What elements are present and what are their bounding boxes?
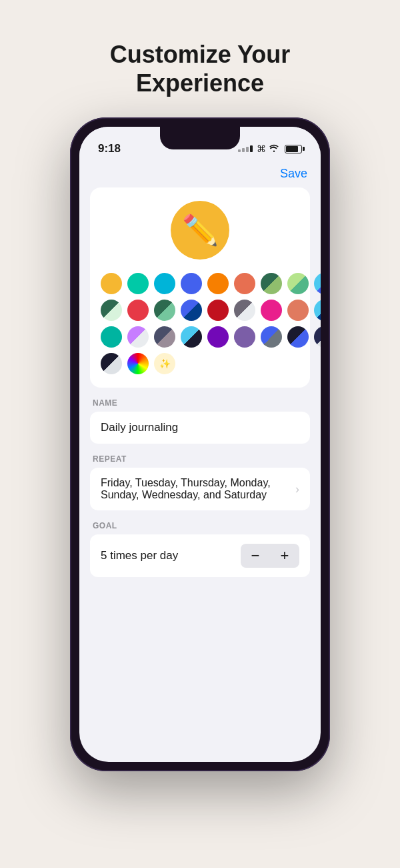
color-option[interactable] [234,273,255,294]
name-label: NAME [90,398,310,408]
color-option[interactable] [287,300,309,321]
nav-bar: Save [79,161,321,187]
magic-option[interactable]: ✨ [154,353,175,374]
color-option[interactable] [181,326,202,348]
color-option[interactable] [101,273,122,294]
color-option[interactable] [101,326,122,348]
color-option[interactable] [181,273,202,294]
selected-icon-circle[interactable]: ✏️ [171,201,229,260]
name-section: NAME Daily journaling [90,398,310,444]
color-option[interactable] [314,300,321,321]
wifi-icon: ⌘ [257,143,279,154]
color-option[interactable] [261,273,282,294]
color-option[interactable] [154,300,175,321]
goal-card: 5 times per day − + [90,534,310,577]
color-option[interactable] [127,300,149,321]
goal-controls: − + [241,544,299,568]
goal-increment-button[interactable]: + [270,544,299,568]
color-option[interactable] [287,273,309,294]
color-option[interactable] [154,326,175,348]
repeat-section: REPEAT Friday, Tuesday, Thursday, Monday… [90,454,310,510]
save-button[interactable]: Save [280,167,307,181]
color-option[interactable] [234,300,255,321]
color-option[interactable] [314,326,321,348]
color-option[interactable] [287,326,309,348]
screen-content: Save ✏️ [79,161,321,577]
goal-label: GOAL [90,521,310,530]
color-option[interactable] [101,353,122,374]
color-grid: ✨ [101,273,299,374]
color-option[interactable] [207,300,229,321]
selected-emoji: ✏️ [182,213,219,248]
color-option[interactable] [154,273,175,294]
icon-preview: ✏️ [101,201,299,260]
status-icons: ⌘ [238,143,302,154]
signal-icon [238,145,253,152]
color-option[interactable] [234,326,255,348]
color-option[interactable] [261,300,282,321]
battery-icon [285,145,302,153]
color-option[interactable] [127,273,149,294]
chevron-right-icon: › [295,482,299,496]
repeat-value: Friday, Tuesday, Thursday, Monday, Sunda… [101,477,295,501]
color-option[interactable] [207,326,229,348]
goal-decrement-button[interactable]: − [241,544,270,568]
repeat-card[interactable]: Friday, Tuesday, Thursday, Monday, Sunda… [90,468,310,510]
rainbow-option[interactable] [127,353,149,374]
color-option[interactable] [314,273,321,294]
name-value[interactable]: Daily journaling [101,421,178,434]
color-option[interactable] [101,300,122,321]
color-option[interactable] [127,326,149,348]
goal-section: GOAL 5 times per day − + [90,521,310,577]
repeat-label: REPEAT [90,454,310,464]
icon-picker-card: ✏️ [90,187,310,388]
goal-value: 5 times per day [101,549,178,562]
name-card: Daily journaling [90,412,310,444]
status-time: 9:18 [98,142,121,155]
phone-frame: 9:18 ⌘ [70,117,330,771]
color-option[interactable] [207,273,229,294]
phone-notch [160,127,240,149]
page-title: Customize Your Experience [110,40,291,97]
color-option[interactable] [181,300,202,321]
color-option[interactable] [261,326,282,348]
phone-screen: 9:18 ⌘ [79,127,321,762]
